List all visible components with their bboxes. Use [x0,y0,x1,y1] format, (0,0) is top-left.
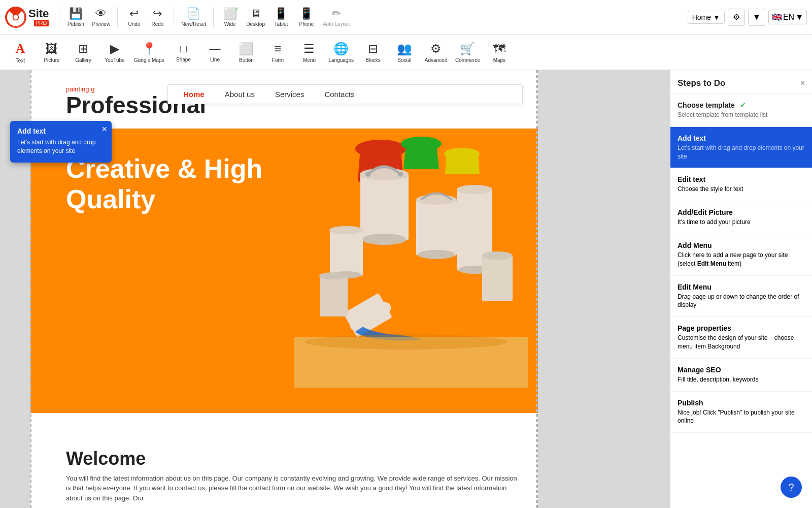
welcome-section: Welcome You will find the latest informa… [66,448,523,503]
redo-icon: ↪ [153,7,162,20]
new-reset-button[interactable]: 📄 New/Reset [179,4,208,30]
tooltip-title: Add text [17,127,105,135]
tool-youtube[interactable]: ▶ YouTube [99,37,130,68]
hero-title: Creative & High Quality [66,154,262,215]
step-add-text[interactable]: Add text Let's start with drag and drop … [670,127,812,169]
maps-pin-icon: 📍 [142,42,157,56]
step-manage-seo[interactable]: Manage SEO Fill title, description, keyw… [670,359,812,392]
nav-contacts[interactable]: Contacts [324,90,354,99]
step-page-properties-desc: Customise the design of your site – choo… [678,334,805,351]
step-edit-menu-label: Edit Menu [678,283,805,291]
publish-button[interactable]: 💾 Publish [64,4,87,30]
step-edit-menu[interactable]: Edit Menu Drag page up or down to change… [670,276,812,318]
lang-dropdown-arrow: ▼ [795,13,803,22]
line-icon: — [209,42,220,55]
nav-about[interactable]: About us [225,90,255,99]
tool-form[interactable]: ≡ Form [262,37,293,68]
dropdown-arrow-icon: ▼ [713,13,720,21]
text-icon: A [16,41,25,56]
step-publish-label: Publish [678,399,805,407]
undo-button[interactable]: ↩ Undo [123,4,145,30]
tool-blocks[interactable]: ⊟ Blocks [358,37,388,68]
redo-button[interactable]: ↪ Redo [146,4,168,30]
step-publish-desc: Nice job! Click "Publish" to publish you… [678,408,805,426]
languages-icon: 🌐 [333,42,349,56]
site-name: Site [28,8,49,20]
picture-icon: 🖼 [46,42,58,56]
step-edit-text-label: Edit text [678,175,805,183]
step-add-picture[interactable]: Add/Edit Picture It's time to add your p… [670,201,812,234]
steps-close-button[interactable]: × [800,79,805,88]
preview-button[interactable]: 👁 Preview [90,4,112,30]
steps-list: Choose template ✓ Select template from t… [670,94,812,433]
toolbar-right: Home ▼ ⚙ ▼ 🇬🇧 EN ▼ [688,9,807,26]
step-add-text-desc: Let's start with drag and drop elements … [678,144,805,161]
publish-icon: 💾 [69,7,83,20]
help-button[interactable]: ? [781,477,802,498]
undo-icon: ↩ [129,7,139,20]
social-icon: 👥 [397,42,412,56]
top-toolbar: Site PRO 💾 Publish 👁 Preview ↩ Undo ↪ Re… [0,0,812,35]
phone-button[interactable]: 📱 Phone [295,4,318,30]
step-done-check: ✓ [740,101,746,109]
tool-picture[interactable]: 🖼 Picture [37,37,67,68]
tool-languages[interactable]: 🌐 Languages [325,37,357,68]
tool-gallery[interactable]: ⊞ Gallery [68,37,98,68]
nav-home[interactable]: Home [183,90,205,99]
tool-commerce[interactable]: 🛒 Commerce [452,37,483,68]
steps-title: Steps to Do [678,78,725,88]
tooltip-close-button[interactable]: ✕ [101,125,108,133]
svg-rect-7 [360,174,409,240]
step-manage-seo-desc: Fill title, description, keywords [678,375,805,384]
tool-shape[interactable]: □ Shape [168,37,198,68]
sep4 [213,7,214,27]
settings-button[interactable]: ⚙ [728,9,745,26]
guide-right [536,70,538,508]
tablet-icon: 📱 [274,7,288,20]
gallery-icon: ⊞ [78,42,88,56]
welcome-heading: Welcome [66,448,523,469]
tool-menu[interactable]: ☰ Menu [294,37,324,68]
tool-maps[interactable]: 🗺 Maps [484,37,515,68]
step-publish[interactable]: Publish Nice job! Click "Publish" to pub… [670,392,812,433]
tool-button[interactable]: ⬜ Button [231,37,261,68]
tool-advanced[interactable]: ⚙ Advanced [421,37,451,68]
svg-point-2 [13,15,18,19]
tool-social[interactable]: 👥 Social [389,37,420,68]
pro-badge: PRO [34,20,49,26]
phone-icon: 📱 [299,7,313,20]
main-area: painting g Professional Home About us Se… [0,70,812,508]
step-edit-text-desc: Choose the style for text [678,185,805,194]
step-page-properties[interactable]: Page properties Customise the design of … [670,317,812,359]
svg-point-29 [304,334,507,350]
form-icon: ≡ [274,42,281,56]
desktop-icon: 🖥 [250,7,261,20]
step-add-picture-desc: It's time to add your picture [678,218,805,227]
step-choose-template[interactable]: Choose template ✓ Select template from t… [670,94,812,127]
steps-header: Steps to Do × [670,70,812,94]
map-icon: 🗺 [493,42,505,56]
canvas-wrapper: painting g Professional Home About us Se… [0,70,670,508]
wide-button[interactable]: ⬜ Wide ✓ [219,4,241,30]
settings-dropdown-button[interactable]: ▼ [748,9,765,26]
blocks-icon: ⊟ [368,42,378,56]
nav-services[interactable]: Services [275,90,304,99]
page-dropdown[interactable]: Home ▼ [688,11,725,24]
tool-line[interactable]: — Line [199,37,230,68]
auto-layout-button[interactable]: ✏ Auto Layout [321,4,352,30]
step-edit-text[interactable]: Edit text Choose the style for text [670,168,812,201]
step-edit-menu-desc: Drag page up or down to change the order… [678,293,805,310]
svg-point-11 [365,172,370,177]
desktop-button[interactable]: 🖥 Desktop [244,4,267,30]
tool-googlemaps[interactable]: 📍 Google Maps [131,37,167,68]
new-reset-icon: 📄 [187,7,200,20]
commerce-icon: 🛒 [460,42,475,56]
tablet-button[interactable]: 📱 Tablet [270,4,292,30]
language-button[interactable]: 🇬🇧 EN ▼ [768,10,807,24]
step-add-picture-label: Add/Edit Picture [678,208,805,216]
svg-point-25 [319,272,348,279]
step-add-text-label: Add text [678,134,805,142]
svg-point-10 [362,234,407,245]
step-add-menu[interactable]: Add Menu Click here to add a new page to… [670,234,812,276]
tool-text[interactable]: A Text [5,37,36,68]
